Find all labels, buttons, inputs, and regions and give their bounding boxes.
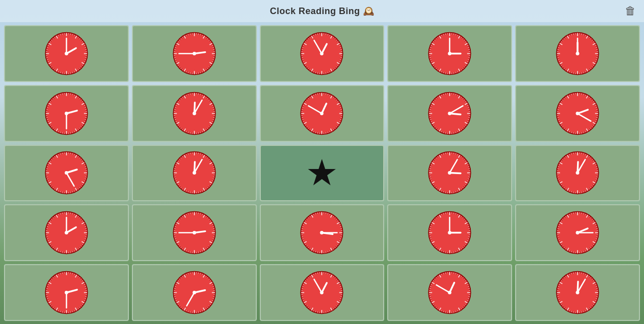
clock-cell[interactable]: [387, 145, 512, 202]
svg-line-760: [174, 177, 176, 178]
svg-line-199: [454, 33, 454, 35]
clock-cell[interactable]: [515, 145, 640, 202]
svg-line-1024: [174, 228, 176, 229]
svg-line-979: [198, 213, 199, 214]
clock-cell[interactable]: [4, 25, 129, 82]
svg-line-1174: [582, 213, 582, 214]
svg-line-1345: [174, 297, 176, 297]
svg-line-459: [326, 93, 326, 95]
clock-cell[interactable]: [132, 85, 257, 142]
svg-line-1254: [85, 297, 87, 297]
svg-line-1425: [318, 273, 318, 274]
svg-line-225: [454, 72, 454, 74]
clock-cell[interactable]: [387, 204, 512, 261]
svg-point-1429: [320, 291, 324, 294]
trash-icon[interactable]: 🗑: [625, 5, 636, 18]
svg-line-940: [70, 252, 71, 253]
clock-cell[interactable]: [260, 85, 385, 142]
svg-line-1154: [430, 228, 431, 229]
clock-cell[interactable]: [132, 264, 257, 321]
svg-line-1380: [341, 288, 342, 289]
svg-line-1070: [326, 252, 326, 253]
svg-line-550: [454, 132, 454, 134]
svg-point-1299: [64, 291, 68, 294]
svg-line-110: [174, 57, 176, 58]
svg-line-1514: [597, 297, 598, 297]
clock-cell[interactable]: [4, 204, 129, 261]
clock-cell[interactable]: [387, 85, 512, 142]
svg-line-264: [582, 33, 582, 35]
svg-point-714: [64, 172, 68, 175]
clock-cell[interactable]: [260, 25, 385, 82]
clock-cell[interactable]: [260, 264, 385, 321]
svg-line-1165: [446, 213, 446, 214]
clock-cell[interactable]: [132, 145, 257, 202]
svg-line-34: [62, 72, 62, 74]
svg-line-290: [582, 72, 582, 74]
svg-line-160: [326, 72, 326, 74]
clock-cell[interactable]: [132, 25, 257, 82]
clock-cell[interactable]: [4, 145, 129, 202]
svg-line-524: [454, 93, 454, 95]
svg-line-190: [318, 33, 318, 35]
svg-line-1280: [46, 297, 48, 297]
svg-line-1009: [190, 252, 190, 253]
clock-cell[interactable]: [4, 264, 129, 321]
svg-line-370: [46, 117, 48, 118]
svg-line-1555: [574, 273, 574, 274]
svg-line-49: [46, 49, 48, 50]
svg-line-229: [446, 72, 446, 74]
svg-line-825: [430, 177, 431, 178]
svg-line-959: [46, 228, 48, 229]
svg-line-489: [318, 132, 318, 134]
svg-line-619: [574, 132, 574, 134]
svg-line-654: [70, 153, 71, 154]
svg-line-30: [70, 72, 71, 74]
svg-line-944: [62, 252, 62, 253]
svg-line-569: [430, 109, 431, 110]
svg-line-699: [46, 169, 48, 169]
clock-cell[interactable]: [515, 264, 640, 321]
clock-cell[interactable]: [387, 25, 512, 82]
svg-line-1139: [446, 252, 446, 253]
svg-line-329: [70, 93, 71, 95]
svg-line-1089: [302, 228, 303, 229]
clock-cell[interactable]: [387, 264, 512, 321]
svg-line-1304: [198, 273, 199, 274]
svg-line-1319: [213, 297, 214, 297]
svg-line-294: [574, 72, 574, 74]
clock-cell[interactable]: [4, 85, 129, 142]
clock-cell[interactable]: [260, 204, 385, 261]
clock-cell[interactable]: [132, 204, 257, 261]
clock-cell[interactable]: [515, 25, 640, 82]
svg-line-60: [62, 33, 62, 35]
svg-point-1494: [448, 291, 452, 294]
clock-cell[interactable]: [515, 204, 640, 261]
svg-line-15: [85, 49, 87, 50]
svg-line-385: [62, 93, 62, 95]
svg-line-1369: [326, 273, 326, 274]
svg-point-584: [448, 112, 452, 115]
svg-line-405: [213, 109, 214, 110]
star-cell[interactable]: ★: [260, 145, 385, 202]
svg-line-1490: [446, 273, 446, 274]
bingo-grid: ★: [0, 22, 644, 324]
svg-line-374: [46, 109, 48, 110]
svg-point-324: [576, 52, 580, 55]
clock-cell[interactable]: [515, 85, 640, 142]
svg-line-1265: [70, 311, 71, 313]
svg-line-359: [62, 132, 62, 134]
svg-line-730: [213, 169, 214, 169]
svg-line-1239: [70, 273, 71, 274]
svg-line-580: [446, 93, 446, 95]
svg-line-309: [557, 49, 559, 50]
svg-line-1005: [198, 252, 199, 253]
svg-line-695: [46, 177, 48, 178]
svg-line-474: [341, 117, 342, 118]
svg-line-1059: [341, 237, 342, 237]
svg-line-1074: [318, 252, 318, 253]
svg-line-1460: [454, 311, 454, 313]
svg-line-435: [174, 117, 176, 118]
svg-line-1434: [454, 273, 454, 274]
svg-line-1204: [574, 252, 574, 253]
